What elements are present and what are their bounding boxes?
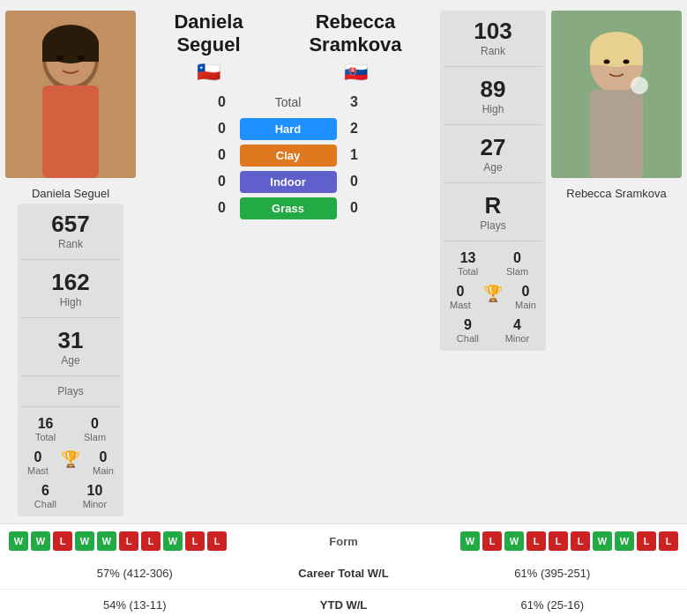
ytd-wl-row: 54% (13-11) YTD W/L 61% (25-16) — [0, 590, 687, 616]
form-badge: W — [9, 531, 28, 551]
left-age-label: Age — [58, 354, 84, 367]
grass-score-right: 0 — [342, 200, 367, 216]
left-slam-value: 0 — [84, 416, 106, 432]
right-player-header: Rebecca Sramkova 🇸🇰 — [309, 11, 401, 84]
left-player-name: Daniela Seguel — [174, 11, 243, 57]
right-rank-value: 103 — [474, 18, 512, 45]
right-total-value: 13 — [458, 250, 478, 266]
right-slam-value: 0 — [506, 250, 528, 266]
right-minor-stat: 4 Minor — [505, 317, 530, 344]
form-badge: W — [615, 531, 634, 551]
right-high-stat: 89 High — [481, 76, 506, 115]
form-badge: L — [141, 531, 161, 551]
hard-score-left: 0 — [210, 121, 235, 137]
form-badge: W — [460, 531, 480, 551]
player-names-row: Daniela Seguel 🇨🇱 Rebecca Sramkova 🇸🇰 — [141, 11, 435, 84]
left-main-label: Main — [93, 465, 114, 476]
center-col: Daniela Seguel 🇨🇱 Rebecca Sramkova 🇸🇰 — [141, 11, 435, 219]
right-main-value: 0 — [515, 284, 536, 300]
left-divider-3 — [21, 375, 120, 376]
right-divider-3 — [444, 182, 542, 183]
career-wl-left: 57% (412-306) — [14, 567, 256, 580]
left-minor-value: 10 — [83, 483, 108, 499]
left-chall-stat: 6 Chall — [34, 483, 56, 509]
right-minor-value: 4 — [505, 317, 530, 333]
grass-label: Grass — [240, 197, 337, 219]
right-main-label: Main — [515, 300, 536, 310]
svg-point-14 — [604, 60, 610, 64]
svg-rect-5 — [42, 44, 99, 62]
svg-point-16 — [631, 77, 648, 94]
left-high-row: 162 High — [21, 269, 120, 308]
right-high-label: High — [481, 103, 506, 115]
form-badge: W — [75, 531, 94, 551]
left-stats-box: 657 Rank 162 High 31 Age — [18, 204, 123, 516]
left-total-stat: 16 Total — [35, 416, 56, 442]
form-badge: L — [207, 531, 227, 551]
right-divider-2 — [444, 124, 542, 125]
ytd-wl-label: YTD W/L — [256, 598, 432, 612]
left-high-value: 162 — [51, 269, 89, 296]
left-total-value: 16 — [35, 416, 56, 432]
right-player-col: Rebecca Sramkova — [551, 11, 682, 200]
left-mast-stat: 0 Mast — [27, 449, 49, 476]
total-line: 0 Total 3 — [141, 91, 435, 114]
clay-label: Clay — [240, 145, 337, 167]
indoor-label: Indoor — [240, 171, 337, 193]
career-wl-right: 61% (395-251) — [432, 567, 674, 580]
left-minor-stat: 10 Minor — [83, 483, 108, 509]
total-score-left: 0 — [210, 94, 235, 110]
right-plays-stat: R Plays — [480, 192, 505, 232]
left-total-slam-row: 16 Total 0 Slam — [21, 416, 120, 442]
grass-line: 0 Grass 0 — [141, 197, 435, 219]
left-age-row: 31 Age — [21, 327, 120, 367]
right-divider-1 — [444, 66, 542, 67]
stats-rows: 57% (412-306) Career Total W/L 61% (395-… — [0, 558, 687, 616]
left-main-value: 0 — [93, 449, 114, 465]
form-badge: W — [504, 531, 524, 551]
left-slam-stat: 0 Slam — [84, 416, 106, 442]
career-wl-label: Career Total W/L — [256, 567, 432, 580]
left-player-col: Daniela Seguel 657 Rank 162 High — [5, 11, 136, 516]
right-age-row: 27 Age — [444, 134, 542, 174]
left-flag: 🇨🇱 — [174, 61, 243, 84]
right-mast-stat: 0 Mast — [450, 284, 471, 310]
left-main-stat: 0 Main — [93, 449, 114, 476]
career-wl-row: 57% (412-306) Career Total W/L 61% (395-… — [0, 558, 687, 590]
svg-point-7 — [78, 56, 85, 61]
right-player-name-below: Rebecca Sramkova — [566, 187, 666, 200]
svg-rect-3 — [42, 85, 99, 178]
left-mast-main-row: 0 Mast 🏆 0 Main — [21, 449, 120, 476]
left-age-value: 31 — [58, 327, 84, 354]
left-divider-4 — [21, 406, 120, 407]
surface-block: 0 Total 3 0 Hard 2 0 Clay 1 0 — [141, 91, 435, 219]
left-player-photo — [5, 11, 136, 178]
svg-rect-11 — [590, 90, 643, 178]
right-age-value: 27 — [481, 134, 506, 161]
form-badge: L — [659, 531, 678, 551]
total-label: Total — [240, 91, 337, 114]
clay-score-left: 0 — [210, 147, 235, 163]
left-rank-stat: 657 Rank — [51, 211, 89, 250]
left-divider-2 — [21, 317, 120, 318]
left-rank-row: 657 Rank — [21, 211, 120, 250]
right-minor-label: Minor — [505, 333, 530, 344]
left-rank-label: Rank — [51, 238, 89, 250]
left-player-header: Daniela Seguel 🇨🇱 — [174, 11, 243, 84]
form-badge: L — [185, 531, 205, 551]
right-main-stat: 0 Main — [515, 284, 536, 310]
form-badge: W — [97, 531, 116, 551]
right-plays-label: Plays — [480, 219, 505, 232]
form-badge: L — [119, 531, 138, 551]
left-plays-value: Plays — [57, 385, 83, 397]
right-rank-row: 103 Rank — [444, 18, 542, 57]
right-plays-value: R — [480, 192, 505, 219]
left-mast-label: Mast — [27, 465, 49, 476]
form-badge: W — [31, 531, 50, 551]
right-chall-minor-row: 9 Chall 4 Minor — [444, 317, 542, 344]
players-layout: Daniela Seguel 657 Rank 162 High — [0, 0, 687, 523]
form-badge: L — [526, 531, 546, 551]
right-mast-value: 0 — [450, 284, 471, 300]
indoor-line: 0 Indoor 0 — [141, 171, 435, 193]
left-minor-label: Minor — [83, 499, 108, 509]
